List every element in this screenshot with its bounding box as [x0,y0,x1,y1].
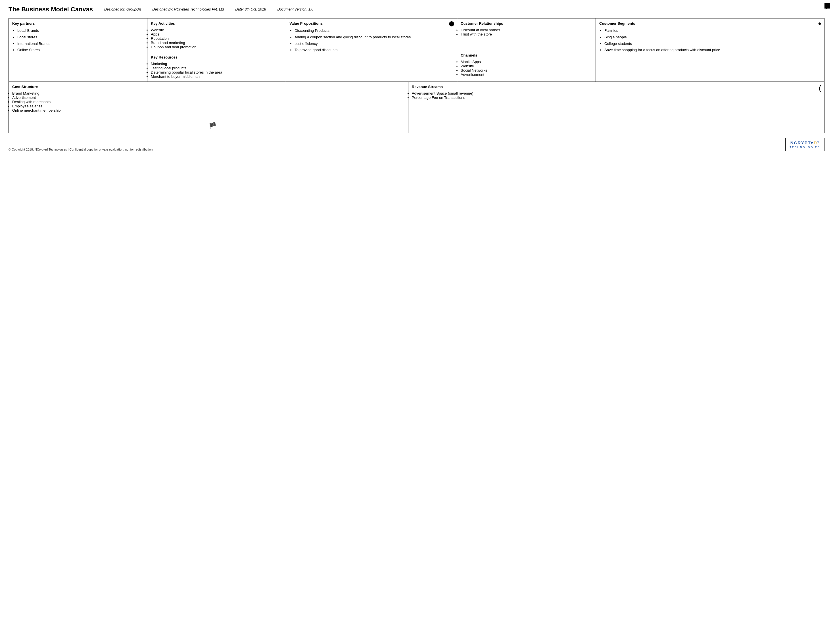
date-info: Date: 8th Oct. 2018 [235,7,266,12]
logo-text-bottom: TECHNOLOGIES [790,146,820,148]
person-icon: ● [818,20,821,27]
list-item: Local Brands [17,28,144,34]
list-item: Single people [605,34,821,40]
list-item: Advertisement [461,72,592,77]
list-item: Local stores [17,34,144,40]
list-item: Percentage Fee on Transactions [412,95,821,100]
key-activities-list: Website Apps Reputation Brand and market… [151,28,282,49]
cost-structure-title: Cost Structure [12,85,405,89]
list-item: Dealing with merchants [12,100,405,104]
customer-segments-cell: Customer Segments ● Families Single peop… [596,18,824,82]
business-model-canvas: Key partners Local Brands Local stores I… [8,18,825,133]
list-item: Apps [151,32,282,36]
list-item: College students [605,41,821,47]
channels-list: Mobile Apps Website Social Networks Adve… [461,60,592,77]
key-resources-cell: Key Resources Marketing Testing local pr… [147,52,286,82]
list-item: Save time shopping for a focus on offeri… [605,47,821,53]
flag-icon: 🏴 [209,122,216,130]
key-resources-title: Key Resources [151,55,282,60]
list-item: Families [605,28,821,34]
list-item: Discounting Products [294,28,453,34]
list-item: Brand Marketing [12,91,405,95]
page-footer: © Copyright 2018, NCrypted Technologies … [8,138,825,151]
revenue-streams-cell: Revenue Streams ( Advertisement Space (s… [408,82,824,133]
key-partners-cell: Key partners Local Brands Local stores I… [9,18,147,82]
list-item: Advertisement Space (small revenue) [412,91,821,95]
dot-icon [449,21,454,26]
list-item: Marketing [151,62,282,66]
header-meta: Designed for: GroupOn Designed by: NCryp… [104,6,313,12]
list-item: Employee salaries [12,104,405,108]
copyright-text: © Copyright 2018, NCrypted Technologies … [8,148,153,151]
value-propositions-title: Value Propositions [289,21,453,26]
customer-relationships-title: Customer Relationships [461,21,592,26]
key-partners-list: Local Brands Local stores International … [12,28,144,53]
canvas-bottom-row: Cost Structure 🏴 Brand Marketing Adverti… [9,82,824,133]
canvas-top-row: Key partners Local Brands Local stores I… [9,18,824,82]
list-item: Online Stores [17,47,144,53]
value-propositions-list: Discounting Products Adding a coupon sec… [289,28,453,53]
ncrypted-logo: NCRYPTeD® TECHNOLOGIES [785,138,825,151]
list-item: Adding a coupon section and giving disco… [294,34,453,40]
customer-segments-list: Families Single people College students … [599,28,821,53]
logo-text-top: NCRYPTeD® [790,140,820,145]
list-item: cost efficiency [294,41,453,47]
document-version: Document Version: 1.0 [278,7,314,12]
revenue-streams-list: Advertisement Space (small revenue) Perc… [412,91,821,100]
key-activities-resources-column: Key Activities Website Apps Reputation B… [147,18,286,82]
channels-cell: Channels Mobile Apps Website Social Netw… [457,50,595,82]
square-icon [825,3,830,8]
cost-structure-list: Brand Marketing Advertisement Dealing wi… [12,91,405,113]
key-activities-cell: Key Activities Website Apps Reputation B… [147,18,286,52]
list-item: Mobile Apps [461,60,592,64]
list-item: Discount at local brands [461,28,592,32]
list-item: Social Networks [461,68,592,72]
revenue-streams-title: Revenue Streams [412,85,821,89]
designed-for: Designed for: GroupOn [104,7,141,12]
key-activities-title: Key Activities [151,21,282,26]
key-partners-title: Key partners [12,21,144,26]
list-item: To provide good discounts [294,47,453,53]
list-item: Coupon and deal promotion [151,45,282,49]
list-item: Online merchant membership [12,108,405,113]
page-header: The Business Model Canvas Designed for: … [8,6,825,13]
list-item: Merchant to buyer middleman [151,74,282,79]
customer-relationships-cell: Customer Relationships Discount at local… [457,18,595,50]
list-item: Reputation [151,36,282,40]
paren-icon: ( [819,84,821,93]
channels-title: Channels [461,53,592,57]
list-item: Brand and marketing [151,40,282,45]
list-item: Testing local products [151,66,282,70]
customer-rel-channels-column: Customer Relationships Discount at local… [457,18,596,82]
list-item: Trust with the store [461,32,592,36]
value-propositions-cell: Value Propositions Discounting Products … [286,18,457,82]
list-item: International Brands [17,41,144,47]
list-item: Website [461,64,592,68]
page-title: The Business Model Canvas [8,6,93,13]
customer-relationships-list: Discount at local brands Trust with the … [461,28,592,36]
list-item: Advertisement [12,95,405,100]
list-item: Website [151,28,282,32]
customer-segments-title: Customer Segments [599,21,821,26]
cost-structure-cell: Cost Structure 🏴 Brand Marketing Adverti… [9,82,408,133]
list-item: Determining popular local stores in the … [151,70,282,74]
key-resources-list: Marketing Testing local products Determi… [151,62,282,79]
designed-by: Designed by: NCrypted Technologies Pvt. … [152,7,224,12]
